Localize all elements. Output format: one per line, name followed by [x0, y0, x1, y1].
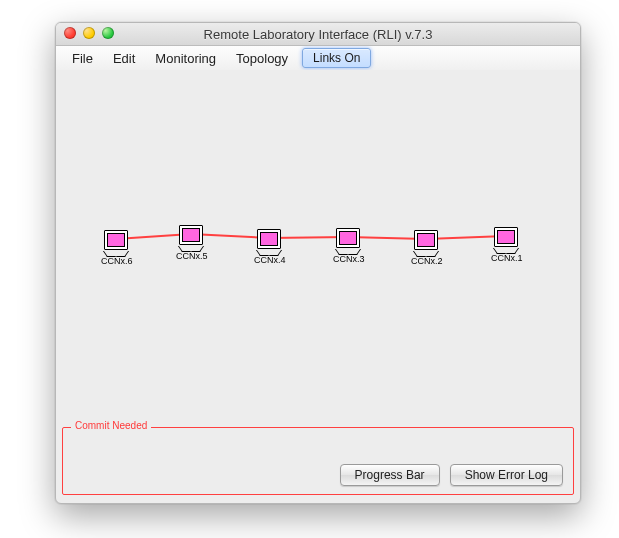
- topology-node[interactable]: CCNx.4: [254, 229, 284, 265]
- node-label: CCNx.2: [411, 256, 441, 266]
- topology-node[interactable]: CCNx.1: [491, 227, 521, 263]
- links-on-button[interactable]: Links On: [302, 48, 371, 68]
- node-label: CCNx.6: [101, 256, 131, 266]
- node-label: CCNx.3: [333, 254, 363, 264]
- node-label: CCNx.5: [176, 251, 206, 261]
- commit-legend: Commit Needed: [71, 420, 151, 431]
- menubar: File Edit Monitoring Topology Links On: [56, 46, 580, 71]
- computer-icon: [257, 229, 281, 249]
- app-window: Remote Laboratory Interface (RLI) v.7.3 …: [55, 22, 581, 504]
- node-label: CCNx.4: [254, 255, 284, 265]
- node-label: CCNx.1: [491, 253, 521, 263]
- menu-edit[interactable]: Edit: [103, 49, 145, 68]
- close-icon[interactable]: [64, 27, 76, 39]
- menu-monitoring[interactable]: Monitoring: [145, 49, 226, 68]
- menu-file[interactable]: File: [62, 49, 103, 68]
- zoom-icon[interactable]: [102, 27, 114, 39]
- show-error-log-button[interactable]: Show Error Log: [450, 464, 563, 486]
- minimize-icon[interactable]: [83, 27, 95, 39]
- topology-node[interactable]: CCNx.2: [411, 230, 441, 266]
- commit-needed-group: Commit Needed Progress Bar Show Error Lo…: [62, 427, 574, 495]
- titlebar: Remote Laboratory Interface (RLI) v.7.3: [56, 23, 580, 46]
- topology-node[interactable]: CCNx.3: [333, 228, 363, 264]
- topology-node[interactable]: CCNx.5: [176, 225, 206, 261]
- menu-topology[interactable]: Topology: [226, 49, 298, 68]
- progress-bar-button[interactable]: Progress Bar: [340, 464, 440, 486]
- computer-icon: [414, 230, 438, 250]
- computer-icon: [179, 225, 203, 245]
- computer-icon: [104, 230, 128, 250]
- window-title: Remote Laboratory Interface (RLI) v.7.3: [56, 27, 580, 42]
- topology-node[interactable]: CCNx.6: [101, 230, 131, 266]
- topology-view: CCNx.6CCNx.5CCNx.4CCNx.3CCNx.2CCNx.1: [56, 205, 580, 285]
- topology-canvas[interactable]: CCNx.6CCNx.5CCNx.4CCNx.3CCNx.2CCNx.1: [56, 70, 580, 423]
- computer-icon: [494, 227, 518, 247]
- traffic-lights: [64, 27, 114, 39]
- computer-icon: [336, 228, 360, 248]
